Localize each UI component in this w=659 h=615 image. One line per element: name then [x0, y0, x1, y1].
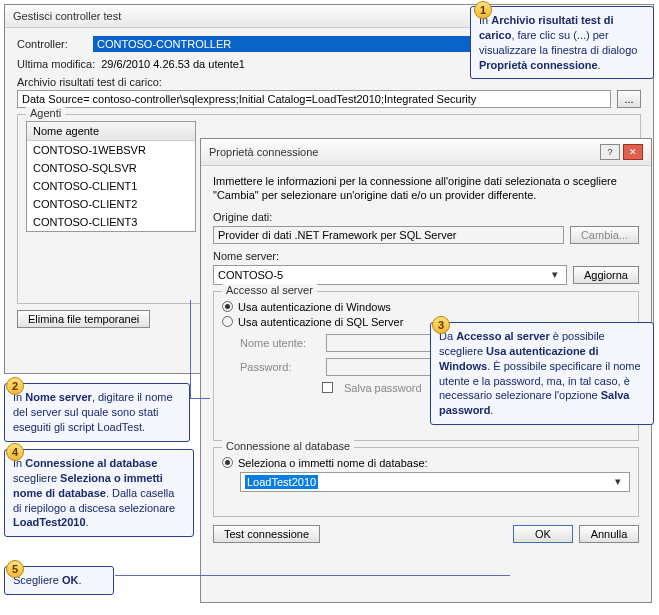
list-item[interactable]: CONTOSO-1WEBSVR	[27, 141, 195, 159]
agents-listbox[interactable]: Nome agente CONTOSO-1WEBSVR CONTOSO-SQLS…	[26, 121, 196, 232]
dialog-buttons: Test connessione OK Annulla	[213, 525, 639, 543]
ok-button[interactable]: OK	[513, 525, 573, 543]
cancel-button[interactable]: Annulla	[579, 525, 639, 543]
test-connection-button[interactable]: Test connessione	[213, 525, 320, 543]
radio-sql-label: Usa autenticazione di SQL Server	[238, 316, 403, 328]
server-label: Nome server:	[213, 250, 639, 262]
last-modified-label: Ultima modifica:	[17, 58, 95, 70]
list-item[interactable]: CONTOSO-CLIENT1	[27, 177, 195, 195]
callout-1: In Archivio risultati test di carico, fa…	[470, 6, 654, 79]
save-password-checkbox	[322, 382, 333, 393]
database-dropdown[interactable]: LoadTest2010 ▾	[240, 472, 630, 492]
chevron-down-icon: ▾	[611, 475, 625, 488]
callout-badge-3: 3	[432, 316, 450, 334]
callout-badge-5: 5	[6, 560, 24, 578]
datasource-field[interactable]: Data Source= contoso-controller\sqlexpre…	[17, 90, 611, 108]
connector-line	[115, 575, 510, 576]
callout-badge-2: 2	[6, 377, 24, 395]
password-label: Password:	[240, 361, 320, 373]
list-item[interactable]: CONTOSO-SQLSVR	[27, 159, 195, 177]
server-dropdown[interactable]: CONTOSO-5 ▾	[213, 265, 567, 285]
callout-2: In Nome server, digitare il nome del ser…	[4, 383, 190, 442]
save-password-label: Salva password	[344, 382, 422, 394]
help-icon[interactable]: ?	[600, 144, 620, 160]
close-icon[interactable]: ✕	[623, 144, 643, 160]
ellipsis-button[interactable]: ...	[617, 90, 641, 108]
callout-badge-4: 4	[6, 443, 24, 461]
origin-label: Origine dati:	[213, 211, 639, 223]
access-legend: Accesso al server	[222, 284, 317, 296]
controller-label: Controller:	[17, 38, 87, 50]
username-label: Nome utente:	[240, 337, 320, 349]
callout-badge-1: 1	[474, 1, 492, 19]
database-group: Connessione al database Seleziona o imme…	[213, 447, 639, 517]
delete-temp-button[interactable]: Elimina file temporanei	[17, 310, 150, 328]
radio-db-label: Seleziona o immetti nome di database:	[238, 457, 428, 469]
main-title: Gestisci controller test	[13, 10, 121, 22]
origin-field: Provider di dati .NET Framework per SQL …	[213, 226, 564, 244]
radio-windows-auth[interactable]: Usa autenticazione di Windows	[222, 301, 630, 313]
radio-windows-label: Usa autenticazione di Windows	[238, 301, 391, 313]
connector-line	[190, 300, 191, 398]
window-controls: ? ✕	[600, 144, 643, 160]
radio-icon	[222, 301, 233, 312]
radio-select-db[interactable]: Seleziona o immetti nome di database:	[222, 457, 630, 469]
agents-legend: Agenti	[26, 107, 65, 119]
chevron-down-icon: ▾	[548, 268, 562, 281]
list-item[interactable]: CONTOSO-CLIENT3	[27, 213, 195, 231]
dialog-titlebar: Proprietà connessione ? ✕	[201, 139, 651, 166]
dialog-title: Proprietà connessione	[209, 146, 318, 158]
archive-label: Archivio risultati test di carico:	[17, 76, 162, 88]
server-value: CONTOSO-5	[218, 269, 283, 281]
last-modified-value: 29/6/2010 4.26.53 da utente1	[101, 58, 245, 70]
change-button[interactable]: Cambia...	[570, 226, 639, 244]
refresh-button[interactable]: Aggiorna	[573, 266, 639, 284]
connector-line	[190, 398, 210, 399]
list-item[interactable]: CONTOSO-CLIENT2	[27, 195, 195, 213]
callout-3: Da Accesso al server è possibile sceglie…	[430, 322, 654, 425]
callout-4: In Connessione al database scegliere Sel…	[4, 449, 194, 537]
database-value: LoadTest2010	[245, 475, 318, 489]
db-legend: Connessione al database	[222, 440, 354, 452]
radio-icon	[222, 457, 233, 468]
radio-icon	[222, 316, 233, 327]
agent-header: Nome agente	[27, 122, 195, 141]
dialog-intro: Immettere le informazioni per la conness…	[213, 174, 639, 203]
